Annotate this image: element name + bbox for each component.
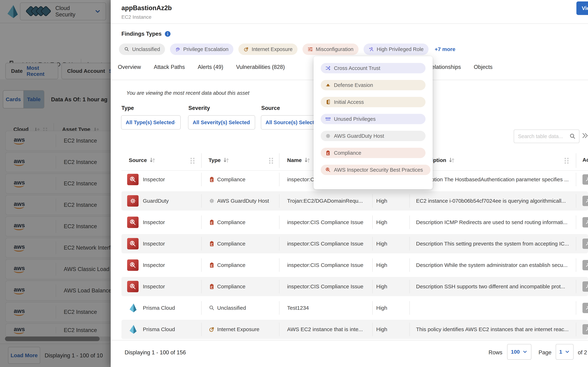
sliders-icon [307, 46, 313, 52]
chevron-down-icon [565, 349, 570, 355]
chevron-down-icon [250, 119, 250, 125]
clipboard-check-icon [209, 241, 215, 247]
tab-objects[interactable]: Objects [474, 64, 493, 70]
column-header-actions[interactable]: Actions [582, 157, 588, 163]
sort-icon[interactable] [304, 157, 311, 164]
column-divider [201, 153, 202, 168]
chip-unclassified[interactable]: Unclassified [119, 43, 165, 55]
finding-row[interactable]: Inspector Compliance inspector:CIS Compl… [121, 234, 588, 253]
severity-cell: High [376, 305, 387, 311]
dropdown-item-cross-account-trust[interactable]: Cross Account Trust [321, 63, 426, 73]
tab-attack-paths[interactable]: Attack Paths [154, 64, 185, 70]
description-cell: Description ICMP Redirects are used to s… [416, 219, 567, 225]
view-button[interactable]: Vie [576, 1, 588, 15]
user-role-icon [368, 46, 374, 52]
severity-cell: High [376, 284, 387, 290]
table-search [514, 130, 579, 143]
inspector-badge-icon [127, 217, 139, 228]
page-select[interactable]: 1 [556, 344, 573, 360]
source-cell: Inspector [143, 219, 165, 225]
door-icon [325, 99, 331, 105]
description-cell: EC2 instance i-070b06b54cf7024ee is quer… [416, 198, 566, 204]
dropdown-item-aws-inspector-best-practices[interactable]: AWS Inspector Security Best Practices [321, 165, 431, 175]
description-cell: This policy identifies AWS EC2 instances… [416, 326, 569, 332]
expand-table-icon[interactable] [581, 132, 588, 139]
drag-handle-icon[interactable] [269, 157, 273, 164]
chip-privilege-escalation[interactable]: Privilege Escalation [170, 43, 233, 55]
clipboard-check-icon [209, 176, 215, 183]
modal-dim-overlay[interactable] [0, 0, 111, 367]
type-cell: Compliance [217, 284, 245, 290]
sort-icon[interactable] [149, 157, 156, 164]
finding-row[interactable]: Inspector Compliance inspector:CIS Compl… [121, 256, 588, 275]
page-label: Page [538, 349, 551, 356]
more-chips-link[interactable]: +7 more [435, 46, 455, 52]
finding-row[interactable]: Inspector Compliance inspector:CIS Compl… [121, 277, 588, 296]
type-cell: Compliance [217, 262, 245, 268]
chevron-down-icon [174, 119, 176, 125]
severity-cell: High [376, 219, 387, 225]
rows-label: Rows [488, 349, 503, 356]
rows-per-page-select[interactable]: 100 [507, 344, 531, 360]
type-filter-label: Type [121, 105, 134, 111]
finding-row[interactable]: GuardDuty AWS GuardDuty Host Trojan:EC2/… [121, 191, 588, 210]
column-header-type[interactable]: Type [209, 157, 230, 164]
dropdown-item-initial-access[interactable]: Initial Access [321, 97, 426, 107]
asterisks-icon [325, 116, 331, 122]
export-action-icon[interactable] [582, 174, 588, 185]
dropdown-item-unused-privileges[interactable]: Unused Privileges [321, 114, 426, 124]
clipboard-check-icon [209, 283, 215, 290]
column-header-source[interactable]: Source [129, 157, 156, 164]
export-action-icon[interactable] [582, 324, 588, 334]
fingerprint-icon [175, 46, 181, 52]
shuffle-icon [325, 65, 331, 71]
name-cell: inspector:CIS Compliance Issue [287, 262, 363, 268]
chip-misconfiguration[interactable]: Misconfiguration [302, 43, 358, 55]
page-total-label: of 2 [578, 349, 587, 356]
severity-filter-select[interactable]: All Severity(s) Selected [188, 115, 255, 130]
tab-alerts[interactable]: Alerts (49) [198, 64, 223, 70]
gear-icon [209, 198, 215, 204]
severity-cell: High [376, 198, 387, 204]
clipboard-check-icon [325, 150, 331, 156]
drag-handle-icon[interactable] [564, 157, 569, 164]
finding-row[interactable]: Inspector Compliance inspector:CIS Compl… [121, 213, 588, 232]
finding-row[interactable]: Prisma Cloud Unclassified Test1234 High [121, 298, 588, 317]
export-action-icon[interactable] [582, 303, 588, 313]
column-header-name[interactable]: Name [287, 157, 311, 164]
name-cell: Test1234 [287, 305, 309, 311]
magnifier-icon [209, 305, 215, 311]
export-action-icon[interactable] [582, 196, 588, 206]
severity-cell: High [376, 326, 387, 332]
asset-title: appBastionAz2b [121, 4, 172, 12]
finding-row[interactable]: Prisma Cloud Internet Exposure AWS EC2 i… [121, 320, 588, 339]
type-cell: Compliance [217, 176, 245, 183]
dropdown-item-compliance[interactable]: Compliance [321, 148, 426, 158]
dropdown-item-aws-guardduty-host[interactable]: AWS GuardDuty Host [321, 131, 426, 141]
drag-handle-icon[interactable] [190, 157, 195, 164]
tab-overview[interactable]: Overview [118, 64, 141, 70]
source-filter-label: Source [261, 105, 280, 111]
type-filter-select[interactable]: All Type(s) Selected [121, 115, 181, 130]
magnifier-icon [124, 46, 130, 52]
tab-vulnerabilities[interactable]: Vulnerabilities (828) [236, 64, 285, 70]
type-cell: Unclassified [217, 305, 246, 311]
name-cell: inspector:CIS Compliance Issue [287, 219, 363, 225]
description-cell: Description SSH supports two different a… [416, 284, 565, 290]
sort-icon[interactable] [448, 157, 455, 164]
dropdown-item-defense-evasion[interactable]: Defense Evasion [321, 80, 426, 90]
inspector-badge-icon [127, 281, 139, 292]
sort-icon[interactable] [223, 157, 230, 164]
chip-high-privileged-role[interactable]: High Privileged Role [364, 43, 429, 55]
recent-data-note: You are viewing the most recent data abo… [127, 90, 249, 96]
findings-types-label: Findings Types [121, 31, 171, 37]
name-cell: inspector:CIS Compliance Issue [287, 284, 363, 290]
info-icon[interactable] [164, 31, 171, 37]
type-cell: Compliance [217, 219, 245, 225]
export-action-icon[interactable] [582, 260, 588, 270]
search-icon[interactable] [569, 133, 576, 140]
export-action-icon[interactable] [582, 217, 588, 227]
export-action-icon[interactable] [582, 239, 588, 249]
chip-internet-exposure[interactable]: Internet Exposure [238, 43, 298, 55]
export-action-icon[interactable] [582, 281, 588, 292]
